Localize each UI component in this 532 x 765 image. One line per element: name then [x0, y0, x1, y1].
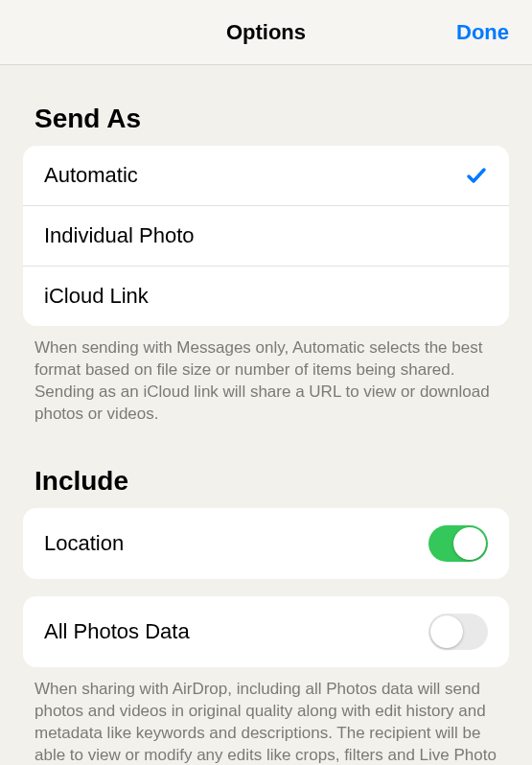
- send-as-individual-row[interactable]: Individual Photo: [23, 205, 509, 266]
- send-as-automatic-label: Automatic: [44, 163, 138, 188]
- include-location-label: Location: [44, 531, 124, 556]
- allphotos-toggle[interactable]: [428, 614, 488, 650]
- include-location-group: Location: [23, 508, 509, 579]
- include-header: Include: [0, 426, 532, 508]
- navbar-title: Options: [226, 20, 306, 45]
- content: Send As Automatic Individual Photo iClou…: [0, 65, 532, 765]
- send-as-group: Automatic Individual Photo iCloud Link: [23, 146, 509, 326]
- include-footer: When sharing with AirDrop, including all…: [0, 667, 532, 765]
- toggle-knob: [430, 615, 463, 648]
- send-as-footer: When sending with Messages only, Automat…: [0, 326, 532, 426]
- include-allphotos-group: All Photos Data: [23, 596, 509, 667]
- send-as-automatic-row[interactable]: Automatic: [23, 146, 509, 205]
- include-allphotos-label: All Photos Data: [44, 619, 190, 644]
- done-button[interactable]: Done: [456, 20, 509, 45]
- spacer: [0, 579, 532, 596]
- include-location-row[interactable]: Location: [23, 508, 509, 579]
- send-as-individual-label: Individual Photo: [44, 223, 195, 248]
- navbar: Options Done: [0, 0, 532, 65]
- include-allphotos-row[interactable]: All Photos Data: [23, 596, 509, 667]
- toggle-knob: [453, 527, 486, 560]
- send-as-icloud-row[interactable]: iCloud Link: [23, 266, 509, 326]
- send-as-header: Send As: [0, 65, 532, 146]
- checkmark-icon: [465, 164, 488, 187]
- send-as-icloud-label: iCloud Link: [44, 284, 149, 309]
- location-toggle[interactable]: [428, 525, 488, 562]
